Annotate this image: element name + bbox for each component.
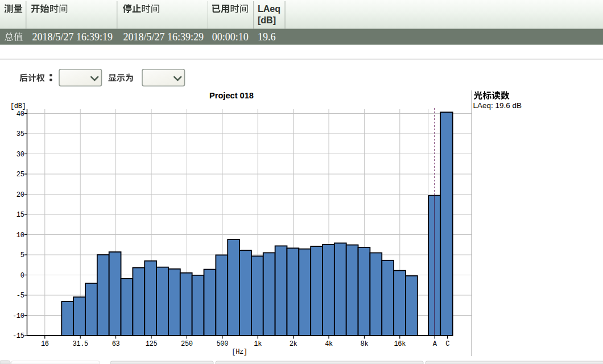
svg-text:35: 35 — [16, 130, 24, 138]
svg-text:8k: 8k — [361, 340, 369, 348]
svg-text:4k: 4k — [325, 340, 333, 348]
svg-text:LAeq: LAeq — [258, 4, 280, 14]
svg-text:125: 125 — [146, 340, 158, 348]
svg-text:2k: 2k — [290, 340, 298, 348]
svg-text:Project 018: Project 018 — [209, 91, 254, 100]
svg-text:15: 15 — [16, 211, 24, 219]
svg-text:2018/5/27 16:39:19: 2018/5/27 16:39:19 — [32, 31, 113, 43]
svg-text:63: 63 — [112, 340, 120, 348]
svg-text:16k: 16k — [394, 340, 406, 348]
svg-text:-5: -5 — [16, 292, 24, 300]
svg-text:31.5: 31.5 — [72, 340, 88, 348]
svg-text:19.6: 19.6 — [258, 31, 276, 43]
svg-text:20: 20 — [16, 191, 24, 199]
svg-text:1k: 1k — [254, 340, 262, 348]
svg-text:25: 25 — [16, 171, 24, 179]
svg-text:C: C — [445, 340, 449, 348]
svg-text:30: 30 — [16, 151, 24, 159]
svg-text:[dB]: [dB] — [258, 15, 276, 25]
svg-text:0: 0 — [20, 272, 24, 280]
svg-text:2018/5/27 16:39:29: 2018/5/27 16:39:29 — [123, 31, 204, 43]
svg-text:5: 5 — [20, 251, 24, 259]
svg-text:-15: -15 — [13, 332, 24, 340]
svg-text:10: 10 — [16, 231, 24, 239]
svg-text:[Hz]: [Hz] — [232, 348, 247, 356]
svg-text:16: 16 — [41, 340, 49, 348]
svg-text:40: 40 — [16, 110, 24, 118]
svg-text:00:00:10: 00:00:10 — [212, 31, 249, 43]
svg-text:-10: -10 — [13, 312, 24, 320]
svg-text:A: A — [433, 340, 437, 348]
svg-text:LAeq: 19.6 dB: LAeq: 19.6 dB — [473, 101, 522, 110]
svg-text:250: 250 — [181, 340, 193, 348]
svg-text:500: 500 — [217, 340, 229, 348]
svg-text:[dB]: [dB] — [10, 102, 26, 110]
